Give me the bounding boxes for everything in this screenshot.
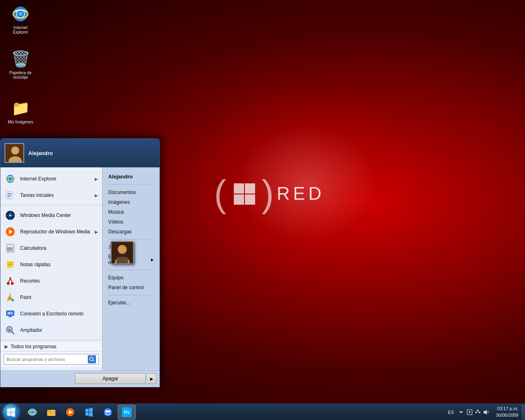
- right-item-downloads[interactable]: Descargas: [103, 227, 160, 237]
- desktop-icon-ie[interactable]: InternetExplorer: [4, 4, 37, 34]
- menu-item-magnifier[interactable]: A Ampliador: [0, 322, 102, 338]
- remote-menu-label: Conexión a Escritorio remoto: [20, 311, 98, 317]
- right-item-run[interactable]: Ejecutar...: [103, 298, 160, 308]
- search-input[interactable]: [7, 357, 88, 362]
- clock-date: 30/06/2009: [496, 412, 518, 418]
- clock-area[interactable]: 03:17 p.m. 30/06/2009: [493, 406, 522, 418]
- tray-flag-icon[interactable]: [466, 409, 473, 415]
- menu-item-paint[interactable]: Paint: [0, 289, 102, 306]
- shutdown-button[interactable]: Apagar: [75, 373, 146, 384]
- svg-line-73: [478, 411, 479, 412]
- svg-rect-24: [9, 248, 10, 249]
- svg-point-55: [28, 408, 37, 416]
- svg-point-66: [108, 410, 110, 413]
- svg-rect-14: [7, 196, 10, 197]
- clock-time: 03:17 p.m.: [496, 406, 518, 412]
- ie-arrow: ▶: [95, 177, 98, 181]
- right-item-docs[interactable]: Documentos: [103, 187, 160, 197]
- svg-rect-13: [7, 195, 11, 196]
- remote-menu-icon: [5, 308, 16, 320]
- svg-rect-12: [7, 193, 11, 194]
- menu-item-wmc[interactable]: Windows Media Center: [0, 207, 102, 224]
- desktop-icon-recycle[interactable]: 🗑️ Papelera dereciclaje: [4, 49, 37, 80]
- start-menu-body: Internet Explorer ▶ Tareas iniciales: [0, 167, 160, 370]
- desktop-icon-folder[interactable]: 📁 Mis Imágenes: [4, 98, 37, 124]
- taskbar-windows-button[interactable]: [80, 405, 98, 420]
- svg-point-34: [11, 282, 14, 285]
- svg-line-49: [93, 360, 94, 361]
- svg-rect-60: [48, 412, 55, 412]
- taskbar-ie-icon: [28, 408, 37, 417]
- user-portrait-frame: [111, 241, 134, 264]
- shutdown-arrow-button[interactable]: ▶: [147, 373, 156, 384]
- right-item-computer[interactable]: Equipo: [103, 273, 160, 283]
- taskbar: Ps ES: [0, 404, 525, 420]
- show-desktop-button[interactable]: [522, 405, 525, 420]
- svg-point-64: [104, 408, 112, 416]
- menu-item-tareas[interactable]: Tareas iniciales ▶: [0, 187, 102, 203]
- all-programs-label: Todos los programas: [11, 344, 56, 349]
- right-item-videos[interactable]: Vídeos: [103, 217, 160, 227]
- svg-point-3: [18, 12, 23, 16]
- svg-rect-70: [475, 412, 477, 413]
- search-box: [4, 354, 99, 365]
- menu-item-ie[interactable]: Internet Explorer ▶: [0, 171, 102, 187]
- paint-menu-label: Paint: [20, 294, 98, 300]
- wallpaper-flag-icon: [230, 179, 258, 208]
- svg-marker-67: [459, 411, 463, 413]
- user-portrait: [111, 241, 134, 264]
- menu-item-wmedia[interactable]: Reproductor de Windows Media ▶: [0, 224, 102, 240]
- username-label: Alejandro: [28, 150, 53, 156]
- svg-point-65: [105, 410, 108, 413]
- right-item-user[interactable]: Alejandro: [103, 171, 160, 182]
- all-programs-item[interactable]: ▶ Todos los programas: [0, 342, 102, 351]
- tray-expand-button[interactable]: [457, 409, 465, 415]
- menu-divider-1: [0, 205, 102, 205]
- user-avatar[interactable]: [5, 143, 24, 163]
- shutdown-label: Apagar: [103, 376, 119, 381]
- menu-item-calc[interactable]: Calculadora: [0, 240, 102, 256]
- svg-text:A: A: [8, 328, 11, 332]
- right-divider-1: [108, 185, 154, 185]
- taskbar-explorer-button[interactable]: [42, 405, 60, 420]
- svg-rect-44: [8, 313, 10, 314]
- svg-point-7: [12, 147, 18, 154]
- right-item-images[interactable]: Imágenes: [103, 197, 160, 207]
- svg-rect-37: [9, 277, 11, 279]
- start-menu-right: Alejandro Documentos Imágenes Música Víd…: [103, 167, 160, 370]
- search-button[interactable]: [88, 355, 96, 363]
- language-label: ES: [448, 410, 454, 415]
- svg-point-33: [7, 282, 9, 285]
- ie-menu-label: Internet Explorer: [20, 176, 91, 182]
- svg-rect-54: [116, 257, 128, 263]
- menu-item-remote[interactable]: Conexión a Escritorio remoto: [0, 306, 102, 322]
- calc-menu-label: Calculadora: [20, 245, 98, 251]
- wallpaper-logo: ( ) RED: [221, 171, 325, 216]
- start-button[interactable]: [0, 404, 22, 420]
- taskbar-ps-button[interactable]: Ps: [118, 405, 136, 420]
- recortes-menu-icon: [5, 275, 16, 287]
- start-menu: Alejandro Internet Explorer ▶: [0, 138, 160, 387]
- tray-network-icon[interactable]: [475, 409, 481, 415]
- svg-point-18: [9, 215, 11, 216]
- menu-item-recortes[interactable]: Recortes: [0, 273, 102, 289]
- right-item-music[interactable]: Música: [103, 207, 160, 217]
- svg-rect-26: [7, 249, 9, 250]
- taskbar-live-button[interactable]: [99, 405, 117, 420]
- taskbar-ie-button[interactable]: [23, 405, 41, 420]
- svg-rect-61: [48, 413, 55, 413]
- flag-icon: [467, 409, 472, 415]
- tray-volume-icon[interactable]: [483, 409, 489, 415]
- menu-item-notas[interactable]: Notas rápidas: [0, 256, 102, 273]
- svg-rect-32: [7, 266, 11, 267]
- svg-point-53: [119, 246, 126, 253]
- recycle-label: Papelera dereciclaje: [4, 71, 37, 80]
- tray-language[interactable]: ES: [446, 409, 456, 415]
- ie-label: InternetExplorer: [4, 25, 37, 34]
- taskbar-wmp-button[interactable]: [61, 405, 79, 420]
- recent-arrow: ▶: [151, 258, 154, 262]
- right-item-control[interactable]: Panel de control: [103, 283, 160, 292]
- taskbar-live-icon: [103, 408, 112, 417]
- svg-line-46: [11, 331, 14, 334]
- svg-line-72: [476, 411, 478, 412]
